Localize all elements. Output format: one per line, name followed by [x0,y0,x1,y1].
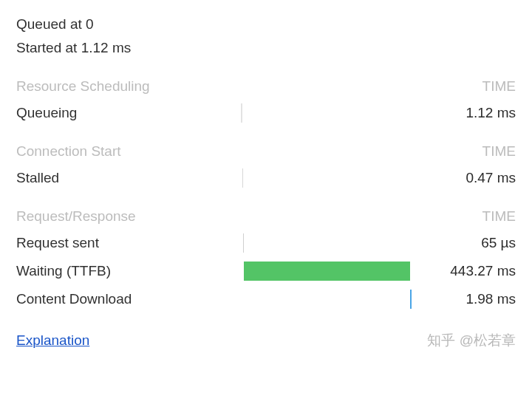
bar-wrap-sent [238,233,434,253]
label-stalled: Stalled [16,170,238,186]
started-at-line: Started at 1.12 ms [16,38,516,62]
time-waiting: 443.27 ms [434,263,516,279]
bar-stalled [242,168,243,188]
section-resource-scheduling: Resource Scheduling TIME Queueing 1.12 m… [16,77,516,127]
time-request-sent: 65 µs [434,235,516,251]
time-header-connection: TIME [482,143,516,160]
row-stalled: Stalled 0.47 ms [16,164,516,192]
label-waiting: Waiting (TTFB) [16,263,238,279]
bar-wrap-download [238,290,434,309]
timing-panel: Queued at 0 Started at 1.12 ms Resource … [0,0,532,359]
footer: Explanation 知乎 @松若章 [16,329,516,352]
bar-queueing [241,103,242,123]
bar-wrap-stalled [238,168,434,188]
section-title-scheduling: Resource Scheduling [16,78,150,95]
time-header-request: TIME [482,208,516,225]
bar-wrap-queueing [238,103,434,123]
time-stalled: 0.47 ms [434,170,516,186]
section-title-request: Request/Response [16,208,136,225]
bar-download [410,290,412,309]
row-content-download: Content Download 1.98 ms [16,285,516,313]
row-queueing: Queueing 1.12 ms [16,99,516,127]
time-queueing: 1.12 ms [434,105,516,121]
queued-at-line: Queued at 0 [16,15,516,38]
row-request-sent: Request sent 65 µs [16,229,516,257]
row-waiting-ttfb: Waiting (TTFB) 443.27 ms [16,257,516,285]
label-queueing: Queueing [16,105,238,121]
label-request-sent: Request sent [16,235,238,251]
section-title-connection: Connection Start [16,143,121,160]
bar-sent [243,233,244,253]
explanation-link[interactable]: Explanation [16,332,89,349]
bar-wrap-waiting [238,262,434,281]
section-connection-start: Connection Start TIME Stalled 0.47 ms [16,142,516,192]
bar-waiting [244,262,410,281]
watermark-total: 知乎 @松若章 [427,331,516,350]
time-header-scheduling: TIME [482,78,516,95]
section-request-response: Request/Response TIME Request sent 65 µs… [16,207,516,313]
time-download: 1.98 ms [434,291,516,307]
label-download: Content Download [16,291,238,307]
